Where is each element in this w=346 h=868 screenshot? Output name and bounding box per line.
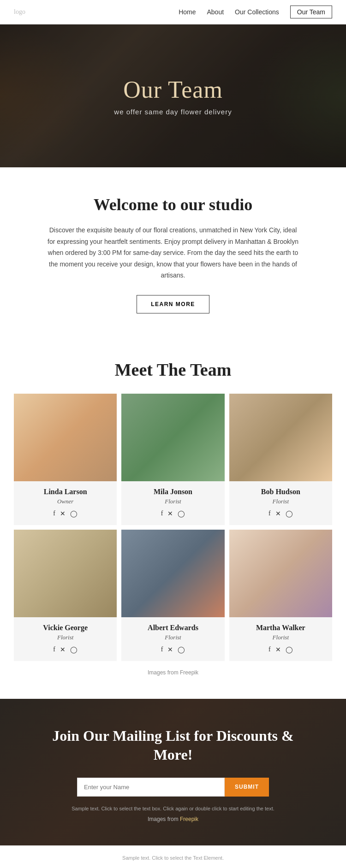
team-member-name: Martha Walker <box>234 624 328 632</box>
twitter-icon[interactable]: ✕ <box>167 510 173 518</box>
team-member-role: Florist <box>126 498 220 505</box>
instagram-icon[interactable]: ◯ <box>178 510 185 518</box>
social-icons: f✕◯ <box>18 510 112 518</box>
footer-text: Sample text. Click to select the Text El… <box>9 855 337 861</box>
team-member-name: Albert Edwards <box>126 624 220 632</box>
mailing-content: Join Our Mailing List for Discounts & Mo… <box>46 726 300 822</box>
team-member-role: Florist <box>126 634 220 641</box>
mailing-section: Join Our Mailing List for Discounts & Mo… <box>0 699 346 845</box>
facebook-icon[interactable]: f <box>268 646 271 654</box>
twitter-icon[interactable]: ✕ <box>167 646 173 654</box>
mailing-input[interactable] <box>77 778 225 797</box>
instagram-icon[interactable]: ◯ <box>286 510 293 518</box>
mailing-sample-text: Sample text. Click to select the text bo… <box>46 806 300 811</box>
facebook-icon[interactable]: f <box>53 510 55 518</box>
team-member-image <box>14 394 117 481</box>
team-title: Meet The Team <box>14 360 332 380</box>
welcome-section: Welcome to our studio Discover the exqui… <box>0 167 346 337</box>
nav-collections[interactable]: Our Collections <box>235 8 279 16</box>
team-grid: Linda LarsonOwnerf✕◯Mila JonsonFloristf✕… <box>14 394 332 661</box>
team-member-name: Mila Jonson <box>126 488 220 496</box>
twitter-icon[interactable]: ✕ <box>60 510 66 518</box>
welcome-text: Discover the exquisite beauty of our flo… <box>46 224 300 281</box>
hero-title: Our Team <box>114 76 232 103</box>
freepik-link-team[interactable]: Freepik <box>180 669 198 676</box>
team-card: Mila JonsonFloristf✕◯ <box>121 394 224 525</box>
team-member-name: Vickie George <box>18 624 112 632</box>
nav-links: Home About Our Collections Our Team <box>179 6 332 18</box>
navbar: logo Home About Our Collections Our Team <box>0 0 346 24</box>
team-images-credit: Images from Freepik <box>14 661 332 680</box>
mailing-title: Join Our Mailing List for Discounts & Mo… <box>46 726 300 765</box>
team-member-image <box>229 530 332 617</box>
team-member-image <box>121 394 224 481</box>
footer: Sample text. Click to select the Text El… <box>0 845 346 868</box>
instagram-icon[interactable]: ◯ <box>178 646 185 654</box>
team-member-image <box>229 394 332 481</box>
team-card: Linda LarsonOwnerf✕◯ <box>14 394 117 525</box>
mailing-form: SUBMIT <box>46 778 300 797</box>
learn-more-button[interactable]: LEARN MORE <box>137 295 209 313</box>
team-card: Albert EdwardsFloristf✕◯ <box>121 530 224 661</box>
team-member-image <box>121 530 224 617</box>
facebook-icon[interactable]: f <box>268 510 271 518</box>
team-member-info: Albert EdwardsFloristf✕◯ <box>121 617 224 661</box>
hero-section: Our Team we offer same day flower delive… <box>0 24 346 167</box>
team-member-role: Owner <box>18 498 112 505</box>
social-icons: f✕◯ <box>126 510 220 518</box>
team-member-info: Bob HudsonFloristf✕◯ <box>229 481 332 525</box>
freepik-link-mailing[interactable]: Freepik <box>180 816 198 822</box>
social-icons: f✕◯ <box>18 646 112 654</box>
logo: logo <box>14 8 25 16</box>
facebook-icon[interactable]: f <box>161 510 163 518</box>
social-icons: f✕◯ <box>234 646 328 654</box>
team-card: Bob HudsonFloristf✕◯ <box>229 394 332 525</box>
team-member-name: Bob Hudson <box>234 488 328 496</box>
facebook-icon[interactable]: f <box>161 646 163 654</box>
hero-subtitle: we offer same day flower delivery <box>114 108 232 116</box>
social-icons: f✕◯ <box>234 510 328 518</box>
team-member-name: Linda Larson <box>18 488 112 496</box>
twitter-icon[interactable]: ✕ <box>275 510 281 518</box>
instagram-icon[interactable]: ◯ <box>286 646 293 654</box>
team-member-image <box>14 530 117 617</box>
nav-home[interactable]: Home <box>179 8 196 16</box>
team-section: Meet The Team Linda LarsonOwnerf✕◯Mila J… <box>0 337 346 694</box>
team-member-role: Florist <box>18 634 112 641</box>
team-member-info: Vickie GeorgeFloristf✕◯ <box>14 617 117 661</box>
team-member-info: Martha WalkerFloristf✕◯ <box>229 617 332 661</box>
nav-our-team[interactable]: Our Team <box>290 6 332 18</box>
hero-content: Our Team we offer same day flower delive… <box>114 76 232 116</box>
team-card: Martha WalkerFloristf✕◯ <box>229 530 332 661</box>
facebook-icon[interactable]: f <box>53 646 55 654</box>
mailing-submit-button[interactable]: SUBMIT <box>225 778 269 797</box>
team-member-info: Linda LarsonOwnerf✕◯ <box>14 481 117 525</box>
social-icons: f✕◯ <box>126 646 220 654</box>
nav-about[interactable]: About <box>207 8 224 16</box>
instagram-icon[interactable]: ◯ <box>70 510 78 518</box>
twitter-icon[interactable]: ✕ <box>60 646 66 654</box>
twitter-icon[interactable]: ✕ <box>275 646 281 654</box>
instagram-icon[interactable]: ◯ <box>70 646 78 654</box>
team-member-role: Florist <box>234 634 328 641</box>
welcome-title: Welcome to our studio <box>46 195 300 214</box>
team-member-info: Mila JonsonFloristf✕◯ <box>121 481 224 525</box>
team-card: Vickie GeorgeFloristf✕◯ <box>14 530 117 661</box>
team-member-role: Florist <box>234 498 328 505</box>
mailing-freepik-credit: Images from Freepik <box>46 816 300 822</box>
